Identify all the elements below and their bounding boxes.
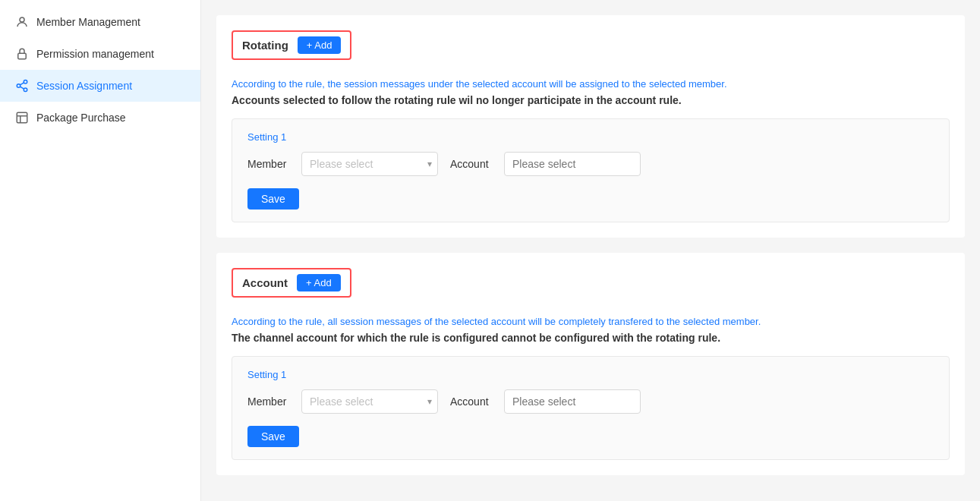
- sidebar-item-label: Package Purchase: [36, 112, 126, 124]
- rotating-form-row: Member Please select Account: [247, 152, 934, 176]
- account-setting-label: Setting 1: [247, 369, 934, 380]
- rotating-save-button[interactable]: Save: [247, 188, 299, 210]
- rotating-description: According to the rule, the session messa…: [232, 78, 950, 90]
- sidebar: Member Management Permission management …: [0, 0, 201, 501]
- svg-line-6: [20, 83, 24, 85]
- rotating-warning: Accounts selected to follow the rotating…: [232, 94, 950, 106]
- sidebar-item-package-purchase[interactable]: Package Purchase: [0, 102, 200, 134]
- account-member-select[interactable]: Please select: [301, 389, 438, 414]
- main-content: Rotating + Add According to the rule, th…: [201, 0, 980, 501]
- rotating-setting-label: Setting 1: [247, 131, 934, 143]
- rotating-member-select[interactable]: Please select: [301, 152, 438, 176]
- svg-line-5: [20, 87, 24, 89]
- account-add-button[interactable]: + Add: [297, 274, 341, 291]
- svg-point-0: [20, 17, 24, 22]
- account-account-input[interactable]: [504, 389, 641, 414]
- sidebar-item-session-assignment[interactable]: Session Assignment: [0, 70, 200, 102]
- rotating-header: Rotating + Add: [232, 30, 351, 60]
- rotating-account-label: Account: [450, 158, 492, 170]
- sidebar-item-label: Permission management: [36, 48, 154, 60]
- svg-rect-7: [17, 112, 27, 123]
- svg-point-2: [24, 80, 27, 84]
- account-header: Account + Add: [232, 268, 351, 298]
- lock-icon: [15, 47, 29, 61]
- svg-rect-1: [18, 53, 27, 59]
- box-icon: [15, 111, 29, 124]
- sidebar-item-label: Session Assignment: [36, 80, 132, 92]
- account-warning: The channel account for which the rule i…: [232, 332, 950, 344]
- rotating-member-label: Member: [247, 158, 289, 170]
- svg-point-3: [17, 84, 20, 88]
- rotating-section: Rotating + Add According to the rule, th…: [216, 15, 965, 238]
- rotating-setting-block: Setting 1 Member Please select Account S…: [232, 118, 950, 222]
- account-member-label: Member: [247, 395, 289, 408]
- rotating-add-button[interactable]: + Add: [298, 36, 342, 54]
- rotating-account-input[interactable]: [504, 152, 641, 176]
- sidebar-item-permission-management[interactable]: Permission management: [0, 38, 200, 70]
- svg-point-4: [24, 88, 27, 92]
- account-setting-block: Setting 1 Member Please select Account S…: [232, 356, 950, 460]
- account-member-select-wrapper: Please select: [301, 389, 438, 414]
- sidebar-item-member-management[interactable]: Member Management: [0, 6, 200, 38]
- sidebar-item-label: Member Management: [36, 16, 140, 28]
- share-icon: [15, 79, 29, 93]
- account-description: According to the rule, all session messa…: [232, 316, 950, 327]
- account-account-label: Account: [450, 395, 492, 408]
- account-form-row: Member Please select Account: [247, 389, 934, 414]
- rotating-title: Rotating: [242, 39, 288, 52]
- account-save-button[interactable]: Save: [247, 426, 299, 447]
- account-section: Account + Add According to the rule, all…: [216, 253, 965, 475]
- account-title: Account: [242, 276, 288, 289]
- user-icon: [15, 15, 29, 29]
- rotating-member-select-wrapper: Please select: [301, 152, 438, 176]
